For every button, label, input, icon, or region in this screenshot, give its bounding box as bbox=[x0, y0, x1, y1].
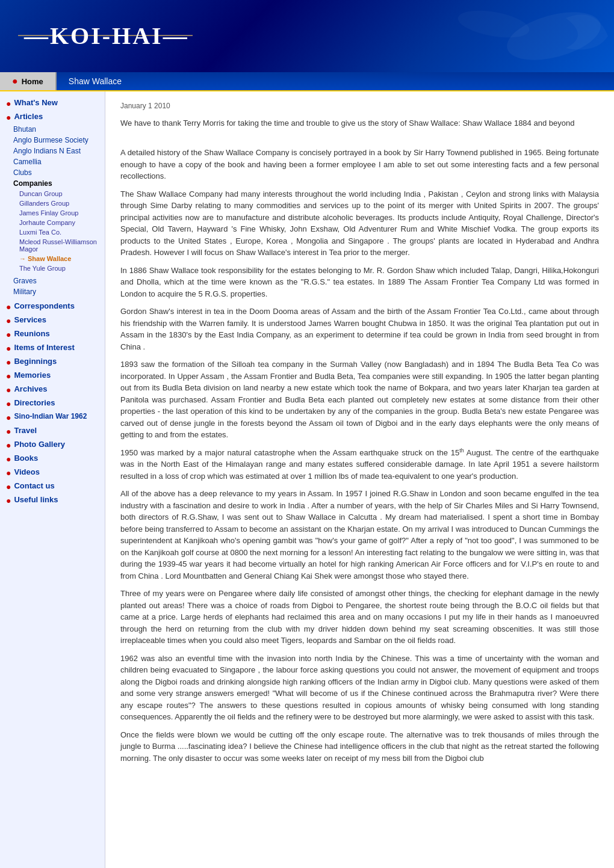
sidebar-item-reunions[interactable]: ● Reunions bbox=[0, 327, 105, 341]
sidebar-item-correspondents[interactable]: ● Correspondents bbox=[0, 300, 105, 313]
sidebar-item-mcleod[interactable]: Mcleod Russel-Williamson Magor bbox=[0, 237, 105, 254]
sidebar-label-james-finlay: James Finlay Group bbox=[19, 209, 78, 217]
sidebar-label-military: Military bbox=[13, 288, 36, 296]
bullet-icon: ● bbox=[6, 330, 11, 339]
bullet-icon: ● bbox=[6, 454, 11, 464]
bullet-icon: ● bbox=[6, 399, 11, 408]
sidebar-item-useful-links[interactable]: ● Useful links bbox=[0, 493, 105, 507]
sidebar-item-yule-group[interactable]: The Yule Group bbox=[0, 263, 105, 273]
content-para-0: A detailed history of the Shaw Wallace C… bbox=[120, 147, 599, 182]
bullet-icon: ● bbox=[6, 343, 11, 353]
sidebar-label-contact-us: Contact us bbox=[14, 481, 54, 490]
sidebar-label-books: Books bbox=[14, 454, 38, 463]
bullet-icon: ● bbox=[6, 482, 11, 491]
sidebar-item-memories[interactable]: ● Memories bbox=[0, 369, 105, 383]
sidebar-label-companies: Companies bbox=[13, 179, 52, 188]
sidebar-label-articles: Articles bbox=[14, 112, 43, 121]
sidebar-label-correspondents: Correspondents bbox=[14, 301, 74, 310]
sidebar-item-contact-us[interactable]: ● Contact us bbox=[0, 479, 105, 493]
bullet-icon: ● bbox=[6, 316, 11, 325]
bullet-icon: ● bbox=[6, 99, 11, 108]
nav-bar-inner: ● Home Shaw Wallace bbox=[0, 72, 614, 90]
home-button[interactable]: ● Home bbox=[0, 72, 57, 90]
content-para-6: All of the above has a deep relevance to… bbox=[120, 488, 599, 582]
sidebar-item-photo-gallery[interactable]: ● Photo Gallery bbox=[0, 438, 105, 452]
sidebar-item-james-finlay[interactable]: James Finlay Group bbox=[0, 208, 105, 218]
sidebar-item-luxmi[interactable]: Luxmi Tea Co. bbox=[0, 227, 105, 237]
sidebar-label-camellia: Camellia bbox=[13, 158, 42, 166]
content-para-9: Once the fields were blown we would be c… bbox=[120, 729, 599, 765]
sidebar-label-shaw-wallace: Shaw Wallace bbox=[28, 255, 71, 262]
bullet-icon: ● bbox=[6, 468, 11, 478]
content-para-3: Gordon Shaw's interest in tea in the Doo… bbox=[120, 306, 599, 352]
sidebar-item-companies[interactable]: Companies bbox=[0, 178, 105, 189]
sidebar-label-photo-gallery: Photo Gallery bbox=[14, 440, 65, 449]
sidebar-item-directories[interactable]: ● Directories bbox=[0, 396, 105, 410]
sidebar-label-whats-new: What's New bbox=[14, 98, 57, 107]
sidebar-item-articles[interactable]: ● Articles bbox=[0, 110, 105, 124]
sidebar-item-books[interactable]: ● Books bbox=[0, 452, 105, 466]
sidebar-label-sino-indian-war: Sino-Indian War 1962 bbox=[14, 412, 87, 420]
bullet-icon: ● bbox=[6, 112, 11, 122]
sidebar-label-graves: Graves bbox=[13, 277, 37, 285]
header-decoration bbox=[373, 0, 614, 72]
sidebar-label-memories: Memories bbox=[14, 371, 51, 380]
sidebar-item-military[interactable]: Military bbox=[0, 286, 105, 297]
sidebar-item-bhutan[interactable]: Bhutan bbox=[0, 124, 105, 135]
main-layout: ● What's New ● Articles Bhutan Anglo Bur… bbox=[0, 91, 614, 868]
sidebar-label-duncan-group: Duncan Group bbox=[19, 190, 63, 197]
sidebar-item-gillanders[interactable]: Gillanders Group bbox=[0, 199, 105, 208]
sidebar-item-videos[interactable]: ● Videos bbox=[0, 466, 105, 479]
home-bullet: ● bbox=[12, 76, 18, 87]
sidebar-label-directories: Directories bbox=[14, 398, 55, 407]
bullet-icon: ● bbox=[6, 371, 11, 381]
sidebar-item-whats-new[interactable]: ● What's New bbox=[0, 96, 105, 110]
content-para-1: The Shaw Wallace Company had many intere… bbox=[120, 188, 599, 259]
content-para-4: 1893 saw the formation of the Silloah te… bbox=[120, 359, 599, 441]
sidebar-label-mcleod: Mcleod Russel-Williamson Magor bbox=[19, 238, 97, 253]
arrow-icon: → bbox=[19, 255, 26, 262]
content-para-2: In 1886 Shaw Wallace took responsibility… bbox=[120, 265, 599, 300]
sidebar-label-gillanders: Gillanders Group bbox=[19, 200, 69, 207]
sidebar-item-archives[interactable]: ● Archives bbox=[0, 383, 105, 396]
sidebar-label-videos: Videos bbox=[14, 467, 39, 476]
sidebar-item-services[interactable]: ● Services bbox=[0, 313, 105, 327]
content-date: January 1 2010 bbox=[120, 100, 599, 111]
sidebar-item-anglo-indians[interactable]: Anglo Indians N East bbox=[0, 146, 105, 156]
sidebar-item-graves[interactable]: Graves bbox=[0, 275, 105, 286]
sidebar-item-items-of-interest[interactable]: ● Items of Interest bbox=[0, 341, 105, 355]
nav-bar: ● Home Shaw Wallace bbox=[0, 72, 614, 91]
logo: —KOI-HAI— bbox=[18, 13, 211, 60]
sidebar-item-travel[interactable]: ● Travel bbox=[0, 424, 105, 438]
page-wrapper: —KOI-HAI— ● Home Shaw Wallace ● What's N… bbox=[0, 0, 614, 868]
sidebar-label-anglo-burmese: Anglo Burmese Society bbox=[13, 136, 88, 144]
sidebar-label-travel: Travel bbox=[14, 426, 37, 435]
sidebar-item-camellia[interactable]: Camellia bbox=[0, 156, 105, 167]
sidebar-label-bhutan: Bhutan bbox=[13, 125, 36, 134]
bullet-icon: ● bbox=[6, 302, 11, 312]
sidebar-item-duncan-group[interactable]: Duncan Group bbox=[0, 189, 105, 199]
bullet-icon: ● bbox=[6, 357, 11, 367]
sidebar-label-clubs: Clubs bbox=[13, 168, 32, 177]
page-title: Shaw Wallace bbox=[57, 72, 134, 90]
sidebar-label-reunions: Reunions bbox=[14, 329, 49, 338]
bullet-icon: ● bbox=[6, 440, 11, 450]
sidebar-label-jorhaute: Jorhaute Company bbox=[19, 219, 75, 226]
sidebar-label-archives: Archives bbox=[14, 384, 47, 393]
svg-text:—KOI-HAI—: —KOI-HAI— bbox=[23, 22, 189, 49]
sidebar-item-anglo-burmese[interactable]: Anglo Burmese Society bbox=[0, 135, 105, 146]
sidebar-item-beginnings[interactable]: ● Beginnings bbox=[0, 355, 105, 369]
sidebar-item-clubs[interactable]: Clubs bbox=[0, 167, 105, 178]
sidebar-label-yule-group: The Yule Group bbox=[19, 265, 66, 272]
sidebar-label-useful-links: Useful links bbox=[14, 495, 58, 504]
home-label: Home bbox=[22, 77, 43, 86]
sidebar-label-services: Services bbox=[14, 315, 46, 324]
bullet-icon: ● bbox=[6, 496, 11, 505]
sidebar-item-jorhaute[interactable]: Jorhaute Company bbox=[0, 218, 105, 227]
sidebar-item-sino-indian-war[interactable]: ● Sino-Indian War 1962 bbox=[0, 410, 105, 424]
bullet-icon: ● bbox=[6, 385, 11, 395]
sidebar-item-shaw-wallace[interactable]: → Shaw Wallace bbox=[0, 254, 105, 263]
content-para-5: 1950 was marked by a major natural catas… bbox=[120, 447, 599, 482]
bullet-icon: ● bbox=[6, 426, 11, 436]
header: —KOI-HAI— bbox=[0, 0, 614, 72]
